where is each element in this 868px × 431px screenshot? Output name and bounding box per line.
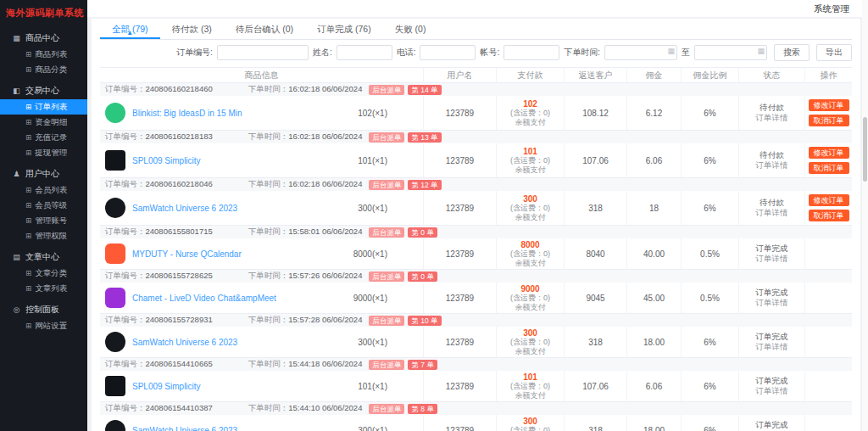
start-date-input[interactable] — [604, 45, 677, 60]
rebate-cell: 108.12 — [564, 96, 626, 130]
sidebar-item-admin-permission[interactable]: ⊞ 管理权限 — [0, 228, 87, 243]
cancel-order-button[interactable]: 取消订单 — [809, 115, 849, 126]
tab-all[interactable]: 全部 (79)▲ — [100, 19, 160, 39]
end-date-input[interactable] — [694, 45, 767, 60]
status-cell: 待付款 订单详情 — [738, 96, 804, 130]
order-detail-link[interactable]: 订单详情 — [756, 386, 788, 396]
sidebar-group-product-center[interactable]: ▦ 商品中心 — [0, 30, 87, 47]
export-button[interactable]: 导出 — [816, 44, 852, 61]
product-name-link[interactable]: MYDUTY - Nurse QCalendar — [132, 249, 242, 259]
ratio-cell: 6% — [681, 191, 738, 225]
sidebar-item-recharge-records[interactable]: ⊞ 充值记录 — [0, 130, 87, 145]
order-row: SamWatch Universe 6 2023 300(×1) 123789 … — [100, 415, 852, 431]
filter-bar: 订单编号: 姓名: 电话: 帐号: 下单时间: ▦ 至 ▦ 搜索 导出 — [100, 40, 852, 65]
sidebar-item-withdraw-manage[interactable]: ⊞ 提现管理 — [0, 145, 87, 160]
cancel-order-button[interactable]: 取消订单 — [809, 210, 849, 221]
tab-pending-payment[interactable]: 待付款 (3) — [160, 19, 224, 39]
sidebar-item-product-category[interactable]: ⊞ 商品分类 — [0, 62, 87, 77]
order-time: 15:44:10 06/06/2024 — [288, 403, 362, 412]
order-block: 订单编号：240806160218183 下单时间：16:02:18 06/06… — [100, 131, 852, 178]
plus-square-icon: ⊞ — [25, 186, 31, 194]
sidebar-item-article-category[interactable]: ⊞ 文章分类 — [0, 266, 87, 281]
sidebar-group-trade-center[interactable]: ◧ 交易中心 — [0, 82, 87, 99]
sidebar-group-article-center[interactable]: ▤ 文章中心 — [0, 249, 87, 266]
tab-pending-confirm[interactable]: 待后台确认 (0) — [224, 19, 305, 39]
order-detail-link[interactable]: 订单详情 — [756, 160, 788, 171]
status-text: 订单完成 — [756, 376, 788, 386]
order-no-label: 订单编号： — [105, 132, 146, 141]
product-name-link[interactable]: SPL009 Simplicity — [132, 382, 201, 391]
dispatch-badge: 后台派单 — [369, 316, 404, 326]
order-detail-link[interactable]: 订单详情 — [756, 113, 788, 123]
order-time-label: 下单时间： — [248, 315, 289, 324]
sidebar-item-member-list[interactable]: ⊞ 会员列表 — [0, 182, 87, 198]
pay-method: 余额支付 — [515, 303, 546, 312]
sidebar-item-product-list[interactable]: ⊞ 商品列表 — [0, 47, 87, 62]
status-cell: 订单完成 订单详情 — [738, 283, 804, 313]
sidebar-group-user-center[interactable]: ♟ 用户中心 — [0, 165, 87, 182]
ratio-cell: 6% — [681, 143, 738, 177]
sidebar: 海外源码刷单系统 ▦ 商品中心 ⊞ 商品列表 ⊞ 商品分类 ◧ 交易中心 ⊞ 订… — [0, 0, 87, 431]
order-detail-link[interactable]: 订单详情 — [756, 254, 788, 264]
sidebar-item-article-list[interactable]: ⊞ 文章列表 — [0, 281, 87, 296]
modify-order-button[interactable]: 修改订单 — [809, 194, 849, 206]
sidebar-item-fund-details[interactable]: ⊞ 资金明细 — [0, 115, 87, 130]
sequence-badge: 第 14 单 — [408, 85, 441, 95]
pay-method: 余额支付 — [515, 118, 546, 127]
status-cell: 订单完成 订单详情 — [738, 327, 804, 357]
sidebar-item-member-level[interactable]: ⊞ 会员等级 — [0, 198, 87, 213]
system-manage-menu[interactable]: 系统管理 — [814, 0, 849, 17]
product-icon — [105, 243, 125, 264]
app-logo: 海外源码刷单系统 — [0, 0, 87, 25]
payment-cell: 101 (含运费：0) 余额支付 — [496, 143, 564, 177]
product-name-link[interactable]: Blinkist: Big IdeasD in 15 Min — [132, 109, 242, 118]
product-name-link[interactable]: SamWatch Universe 6 2023 — [132, 338, 237, 347]
phone-input[interactable] — [420, 45, 476, 60]
order-detail-link[interactable]: 订单详情 — [756, 298, 788, 308]
col-status: 状态 — [738, 68, 804, 83]
order-no-label: 订单编号： — [105, 84, 146, 93]
dispatch-badge: 后台派单 — [369, 227, 404, 238]
name-input[interactable] — [337, 45, 392, 60]
order-no-label: 订单编号： — [105, 271, 146, 280]
pay-method: 余额支付 — [515, 259, 546, 268]
sidebar-item-site-settings[interactable]: ⊞ 网站设置 — [0, 318, 87, 333]
order-actions: 修改订单 取消订单 — [804, 96, 852, 130]
page-scrollbar[interactable] — [862, 0, 868, 431]
product-cell: MYDUTY - Nurse QCalendar 8000(×1) — [100, 238, 423, 269]
tab-completed[interactable]: 订单完成 (76) — [305, 19, 383, 39]
active-tab-caret: ▲ — [126, 23, 133, 43]
scrollbar-thumb[interactable] — [863, 117, 867, 182]
username-cell: 123789 — [423, 415, 496, 431]
order-no-label: 订单编号： — [105, 359, 146, 368]
order-no-input[interactable] — [217, 45, 309, 60]
sidebar-item-order-list[interactable]: ⊞ 订单列表 — [0, 99, 87, 115]
order-detail-link[interactable]: 订单详情 — [756, 342, 788, 352]
ratio-cell: 6% — [681, 327, 738, 357]
order-detail-link[interactable]: 订单详情 — [756, 208, 788, 218]
modify-order-button[interactable]: 修改订单 — [809, 147, 849, 159]
product-name-link[interactable]: SPL009 Simplicity — [132, 156, 201, 165]
col-actions: 操作 — [804, 68, 852, 83]
dispatch-badge: 后台派单 — [369, 85, 404, 95]
cancel-order-button[interactable]: 取消订单 — [809, 162, 849, 174]
order-no: 240806154410387 — [146, 403, 213, 412]
rebate-cell: 318 — [564, 415, 626, 431]
product-name-link[interactable]: Chamet - LiveD Video Chat&ampMeet — [132, 294, 276, 303]
plus-square-icon: ⊞ — [25, 148, 31, 157]
order-block: 订单编号：240806155728625 下单时间：15:57:26 06/06… — [100, 270, 852, 314]
modify-order-button[interactable]: 修改订单 — [809, 99, 849, 111]
dispatch-badge: 后台派单 — [369, 360, 404, 370]
payment-cell: 102 (含运费：0) 余额支付 — [496, 96, 564, 130]
sidebar-item-admin-account[interactable]: ⊞ 管理账号 — [0, 213, 87, 228]
order-row: SamWatch Universe 6 2023 300(×1) 123789 … — [100, 191, 852, 225]
search-button[interactable]: 搜索 — [774, 44, 810, 61]
account-input[interactable] — [504, 45, 559, 60]
tab-failed[interactable]: 失败 (0) — [383, 19, 438, 39]
commission-cell: 6.12 — [626, 96, 681, 130]
product-name-link[interactable]: SamWatch Universe 6 2023 — [132, 426, 237, 431]
product-name-link[interactable]: SamWatch Universe 6 2023 — [132, 204, 237, 213]
sidebar-group-control-panel[interactable]: ◎ 控制面板 — [0, 301, 87, 318]
product-qty: 300(×1) — [358, 204, 423, 213]
order-time-label: 下单时间： — [248, 403, 289, 412]
